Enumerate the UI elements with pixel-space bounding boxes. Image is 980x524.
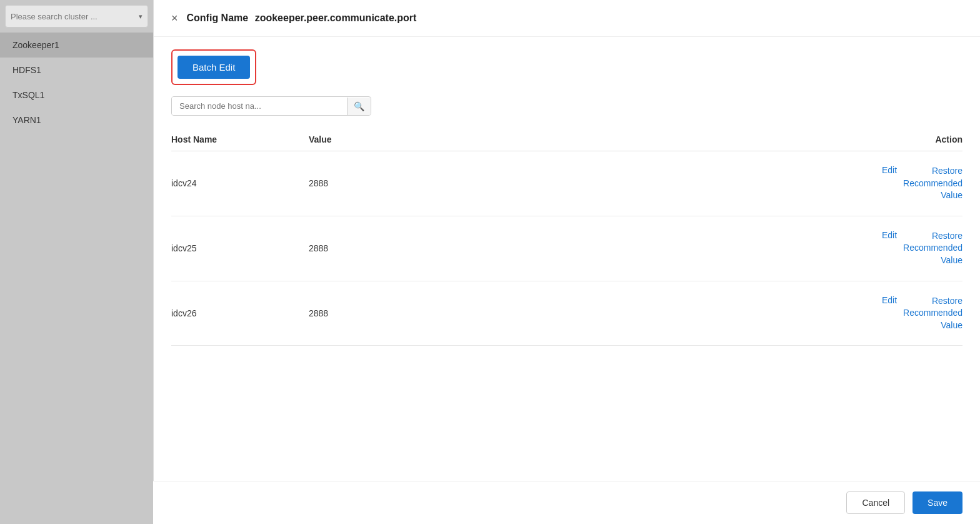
cluster-search[interactable]: ▾ xyxy=(5,5,148,28)
restore-recommended-link-2[interactable]: RestoreRecommendedValue xyxy=(903,295,962,332)
modal-panel: × Config Name zookeeper.peer.communicate… xyxy=(153,0,980,524)
modal-title: Config Name zookeeper.peer.communicate.p… xyxy=(187,13,417,24)
sidebar-items-list: Zookeeper1 HDFS1 TxSQL1 YARN1 xyxy=(0,33,153,133)
sidebar-item-zookeeper1[interactable]: Zookeeper1 xyxy=(0,33,153,58)
edit-link-1[interactable]: Edit xyxy=(882,230,897,240)
col-header-value: Value xyxy=(309,128,825,151)
cell-action-1: Edit RestoreRecommendedValue xyxy=(825,216,962,281)
modal-header: × Config Name zookeeper.peer.communicate… xyxy=(154,0,980,37)
cell-value-0: 2888 xyxy=(309,151,825,216)
search-icon: 🔍 xyxy=(354,101,364,111)
cell-value-2: 2888 xyxy=(309,281,825,346)
col-header-hostname: Host Name xyxy=(171,128,309,151)
cell-hostname-1: idcv25 xyxy=(171,216,309,281)
cell-hostname-0: idcv24 xyxy=(171,151,309,216)
col-header-action: Action xyxy=(825,128,962,151)
edit-link-2[interactable]: Edit xyxy=(882,295,897,305)
table-row: idcv24 2888 Edit RestoreRecommendedValue xyxy=(171,151,962,216)
sidebar-item-txsql1[interactable]: TxSQL1 xyxy=(0,83,153,108)
cluster-search-input[interactable] xyxy=(11,12,136,21)
cancel-button[interactable]: Cancel xyxy=(846,491,905,514)
modal-body: Batch Edit 🔍 Host Name Value Action idcv… xyxy=(154,37,980,358)
cell-action-0: Edit RestoreRecommendedValue xyxy=(825,151,962,216)
sidebar: ▾ Zookeeper1 HDFS1 TxSQL1 YARN1 xyxy=(0,0,153,524)
close-icon[interactable]: × xyxy=(171,13,178,24)
node-search-bar[interactable]: 🔍 xyxy=(171,96,371,116)
table-row: idcv25 2888 Edit RestoreRecommendedValue xyxy=(171,216,962,281)
cell-action-2: Edit RestoreRecommendedValue xyxy=(825,281,962,346)
edit-link-0[interactable]: Edit xyxy=(882,165,897,175)
cell-hostname-2: idcv26 xyxy=(171,281,309,346)
restore-recommended-link-0[interactable]: RestoreRecommendedValue xyxy=(903,165,962,202)
restore-recommended-link-1[interactable]: RestoreRecommendedValue xyxy=(903,230,962,267)
node-search-input[interactable] xyxy=(172,97,347,115)
modal-footer: Cancel Save xyxy=(153,481,980,524)
cell-value-1: 2888 xyxy=(309,216,825,281)
sidebar-item-hdfs1[interactable]: HDFS1 xyxy=(0,58,153,83)
chevron-down-icon: ▾ xyxy=(139,13,142,21)
save-button[interactable]: Save xyxy=(912,491,962,514)
batch-edit-highlight-area: Batch Edit xyxy=(171,49,256,85)
config-table: Host Name Value Action idcv24 2888 Edit … xyxy=(171,128,962,346)
search-button[interactable]: 🔍 xyxy=(347,98,371,115)
table-row: idcv26 2888 Edit RestoreRecommendedValue xyxy=(171,281,962,346)
batch-edit-button[interactable]: Batch Edit xyxy=(178,56,250,79)
sidebar-item-yarn1[interactable]: YARN1 xyxy=(0,108,153,133)
